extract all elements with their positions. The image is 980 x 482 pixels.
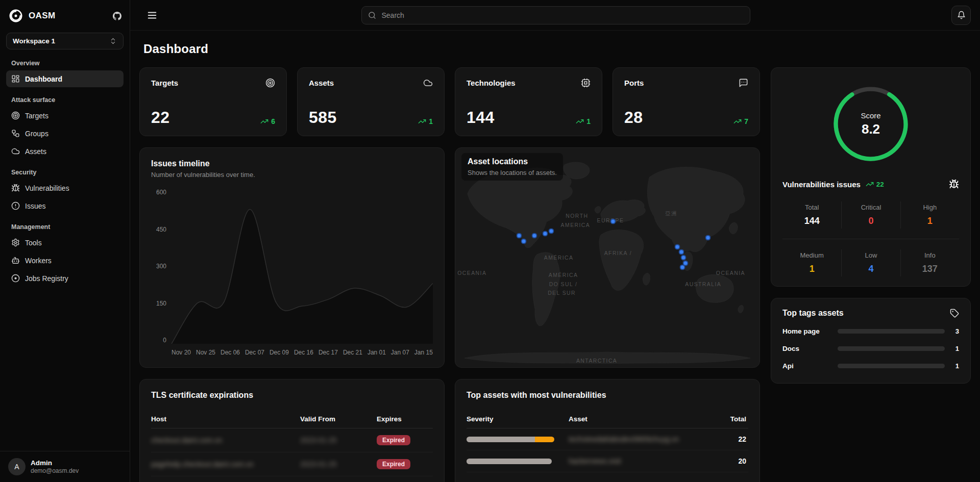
github-icon[interactable] [113, 12, 121, 20]
stat-card-assets: Assets 585 1 [297, 67, 445, 136]
tag-row: Home page 3 [782, 327, 959, 335]
bug-icon [11, 184, 20, 192]
map-region-label: DO SUL / [549, 281, 578, 287]
sidebar-item-workers[interactable]: Workers [6, 252, 124, 269]
workflow-icon [11, 129, 20, 138]
map-region-label: AMERICA [561, 222, 591, 228]
world-map [455, 148, 760, 367]
asset-location-dot [521, 238, 527, 244]
stat-label: Technologies [467, 79, 516, 87]
severity-segment [535, 437, 554, 442]
ports-icon [739, 78, 748, 88]
trending-up-icon [418, 117, 426, 125]
sidebar-item-targets[interactable]: Targets [6, 107, 124, 124]
trending-up-icon [576, 117, 584, 125]
user-name: Admin [31, 459, 79, 468]
content-shell: Dashboard Targets 22 6 [130, 0, 980, 482]
sidebar-item-label: Issues [25, 202, 45, 210]
asset-locations-map[interactable]: NORTHAMERICAEUROPE亞洲AMÉRICAAFRIKA /OCEAN… [455, 147, 760, 368]
table-row[interactable]: hackernews.visit 20 [467, 450, 748, 472]
vuln-cell-total: Total 144 [782, 201, 841, 229]
layout-dashboard-icon [11, 74, 20, 83]
main-scroll-area[interactable]: Dashboard Targets 22 6 [130, 31, 980, 482]
asset-location-dot [548, 229, 554, 234]
chart-title: Issues timeline [151, 159, 433, 168]
stats-row: Targets 22 6 Assets [139, 67, 760, 136]
map-region-label: OCEANIA [457, 270, 486, 276]
top-tags-card: Top tags assets Home page 3 Docs 1 [771, 298, 971, 384]
sidebar-item-assets[interactable]: Assets [6, 143, 124, 160]
asset-location-dot [681, 255, 687, 261]
asset-location-dot [705, 235, 710, 241]
notifications-button[interactable] [951, 6, 971, 25]
sidebar-item-label: Tools [25, 239, 42, 247]
sidebar: OASM Workspace 1 Overview Dashboard Atta… [0, 0, 130, 482]
stat-trend: 6 [260, 117, 275, 125]
table-row[interactable]: checkout.daint.com.vn 2023-01-25 Expired [151, 428, 433, 452]
y-axis-labels: 6004503001500 [151, 189, 166, 344]
asset-location-dot [679, 265, 685, 270]
sidebar-item-label: Workers [25, 257, 52, 265]
tls-table-header: Host Valid From Expires [151, 410, 433, 428]
sidebar-item-issues[interactable]: Issues [6, 197, 124, 214]
cloud-icon [11, 147, 20, 156]
vulnerability-counts-grid: Total 144 Critical 0 High 1 [782, 201, 959, 276]
hamburger-menu-icon[interactable] [144, 8, 160, 23]
sidebar-item-groups[interactable]: Groups [6, 125, 124, 142]
search-input[interactable] [381, 11, 744, 20]
table-row[interactable]: pagehelp.checkout.daint.com.vn 2023-01-2… [151, 452, 433, 476]
sidebar-item-jobs-registry[interactable]: Jobs Registry [6, 270, 124, 287]
gear-icon [11, 238, 20, 247]
sidebar-item-tools[interactable]: Tools [6, 234, 124, 251]
score-value: 8.2 [862, 121, 880, 137]
status-badge: Expired [377, 435, 410, 445]
asset-name: hackernews.visit [569, 457, 718, 465]
map-title: Asset locations [468, 157, 557, 166]
tag-row: Api 1 [782, 362, 959, 370]
stat-value: 22 [151, 109, 170, 125]
nav-section-attack-surface: Attack surface [6, 88, 124, 107]
workspace-selector[interactable]: Workspace 1 [6, 33, 124, 49]
user-footer[interactable]: A Admin demo@oasm.dev [0, 451, 130, 482]
asset-location-dot [610, 219, 616, 224]
sidebar-item-vulnerabilities[interactable]: Vulnerabilities [6, 180, 124, 196]
user-email: demo@oasm.dev [31, 467, 79, 474]
sidebar-item-label: Targets [25, 112, 48, 120]
stat-card-technologies: Technologies 144 1 [455, 67, 602, 136]
tag-bar [838, 329, 945, 334]
asset-location-dot [517, 233, 522, 239]
map-region-label: AMÉRICA [549, 272, 578, 278]
cpu-icon [581, 78, 591, 88]
target-icon [11, 111, 20, 120]
score-ring: Score 8.2 [832, 85, 910, 163]
map-subtitle: Shows the locations of assets. [468, 169, 557, 176]
vuln-cell-critical: Critical 0 [841, 201, 900, 229]
stat-label: Assets [309, 79, 334, 87]
table-row[interactable]: techviewdaklabsdev0665tchuyg.vn 22 [467, 428, 748, 450]
avatar: A [8, 458, 26, 475]
tag-label: Api [782, 362, 830, 370]
tls-valid-from: 2023-01-25 [300, 460, 377, 468]
area-chart [172, 189, 433, 344]
asset-total: 20 [718, 457, 748, 465]
chart-subtitle: Number of vulnerabilities over time. [151, 171, 433, 179]
stat-trend: 1 [418, 117, 433, 125]
vulnerabilities-header: Vulnerabilities issues 22 [782, 179, 959, 189]
map-region-label: NORTH [566, 213, 588, 219]
stat-trend: 7 [733, 117, 748, 125]
trending-up-icon [733, 117, 742, 125]
sidebar-item-dashboard[interactable]: Dashboard [6, 70, 124, 87]
asset-location-dot [531, 233, 537, 239]
top-assets-table-header: Severity Asset Total [467, 410, 748, 428]
map-region-label: 亞洲 [665, 210, 677, 217]
sidebar-item-label: Assets [25, 147, 46, 156]
tag-count: 1 [952, 345, 959, 352]
nav-section-overview: Overview [6, 52, 124, 70]
tag-icon [950, 309, 959, 318]
stat-label: Targets [151, 79, 178, 87]
sidebar-item-label: Vulnerabilities [25, 184, 69, 192]
search-box[interactable] [361, 6, 750, 24]
oasm-logo-icon [8, 8, 23, 23]
tag-label: Docs [782, 345, 830, 352]
trending-up-icon [866, 180, 874, 188]
